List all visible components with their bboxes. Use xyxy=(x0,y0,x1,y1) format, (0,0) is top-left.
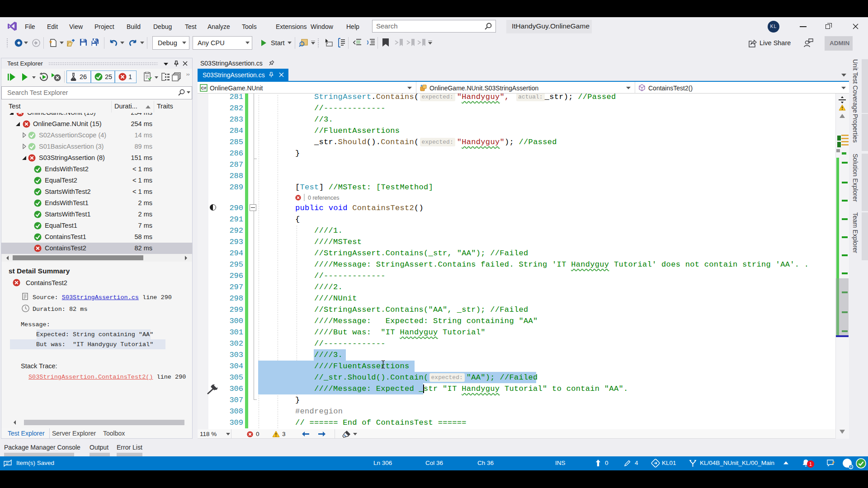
svg-text:C#: C# xyxy=(201,86,207,90)
